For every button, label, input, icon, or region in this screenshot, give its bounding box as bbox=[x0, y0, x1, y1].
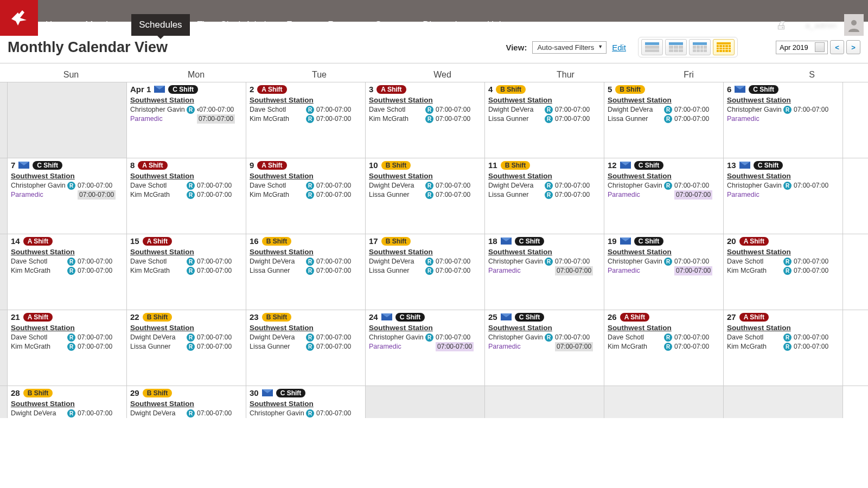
assignment-row[interactable]: Christopher GavinR07:00-07:00 bbox=[727, 181, 839, 190]
nav-time-clock-admin[interactable]: Time Clock Admin bbox=[190, 14, 279, 36]
assignment-row[interactable]: Kim McGrathR07:00-07:00 bbox=[130, 190, 242, 200]
envelope-icon[interactable] bbox=[735, 86, 745, 93]
calendar-icon[interactable] bbox=[815, 42, 825, 52]
paramedic-row[interactable]: Paramedic07:00-07:00 bbox=[369, 342, 481, 351]
assignment-row[interactable]: Dwight DeVeraR07:00-07:00 bbox=[608, 105, 720, 114]
logo[interactable] bbox=[0, 0, 38, 36]
nav-username[interactable]: a_admin bbox=[797, 21, 844, 30]
day-cell[interactable]: 2A ShiftSouthwest StationDave SchotlR07:… bbox=[246, 82, 366, 158]
assignment-row[interactable]: Dwight DeVeraR07:00-07:00 bbox=[488, 105, 601, 114]
avatar[interactable] bbox=[844, 14, 864, 36]
assignment-row[interactable]: Dave SchotlR07:00-07:00 bbox=[727, 257, 839, 266]
assignment-row[interactable]: Dave SchotlR07:00-07:00 bbox=[130, 257, 242, 266]
day-cell[interactable]: 25C ShiftSouthwest StationChristopher Ga… bbox=[485, 310, 604, 386]
day-cell[interactable] bbox=[724, 386, 843, 418]
assignment-row[interactable]: Dwight DeVeraR07:00-07:00 bbox=[11, 409, 123, 418]
day-cell[interactable]: 13C ShiftSouthwest StationChristopher Ga… bbox=[724, 158, 843, 234]
station-link[interactable]: Southwest Station bbox=[130, 96, 242, 104]
view-day-button[interactable] bbox=[641, 39, 663, 55]
station-link[interactable]: Southwest Station bbox=[727, 172, 839, 180]
day-cell[interactable]: 26A ShiftSouthwest StationDave SchotlR07… bbox=[604, 310, 724, 386]
station-link[interactable]: Southwest Station bbox=[369, 172, 481, 180]
station-link[interactable]: Southwest Station bbox=[727, 96, 839, 104]
assignment-row[interactable]: Christopher GavinR07:00-07:00 bbox=[488, 333, 601, 342]
day-cell[interactable] bbox=[604, 386, 724, 418]
day-cell[interactable]: Apr 1C ShiftSouthwest StationChristopher… bbox=[127, 82, 246, 158]
assignment-row[interactable]: Christopher GavinR07:00-07:00 bbox=[608, 257, 720, 266]
assignment-row[interactable]: Dave SchotlR07:00-07:00 bbox=[11, 257, 123, 266]
station-link[interactable]: Southwest Station bbox=[608, 248, 720, 256]
assignment-row[interactable]: Kim McGrathR07:00-07:00 bbox=[608, 342, 720, 351]
day-cell[interactable]: 19C ShiftSouthwest StationChristopher Ga… bbox=[604, 234, 724, 310]
envelope-icon[interactable] bbox=[501, 313, 512, 320]
print-icon[interactable]: 🖨 bbox=[776, 19, 787, 31]
day-cell[interactable]: 22B ShiftSouthwest StationDwight DeVeraR… bbox=[127, 310, 246, 386]
day-cell[interactable]: 30C ShiftSouthwest StationChristopher Ga… bbox=[246, 386, 366, 418]
nav-help[interactable]: Help bbox=[480, 14, 514, 36]
station-link[interactable]: Southwest Station bbox=[727, 324, 839, 332]
station-link[interactable]: Southwest Station bbox=[608, 324, 720, 332]
station-link[interactable]: Southwest Station bbox=[11, 172, 123, 180]
day-cell[interactable]: 4B ShiftSouthwest StationDwight DeVeraR0… bbox=[485, 82, 604, 158]
day-cell[interactable] bbox=[366, 386, 485, 418]
day-cell[interactable]: 27A ShiftSouthwest StationDave SchotlR07… bbox=[724, 310, 843, 386]
assignment-row[interactable]: Dwight DeVeraR07:00-07:00 bbox=[130, 409, 242, 418]
assignment-row[interactable]: Christopher GavinR07:00-07:00 bbox=[369, 333, 481, 342]
assignment-row[interactable]: Kim McGrathR07:00-07:00 bbox=[369, 114, 481, 124]
paramedic-row[interactable]: Paramedic07:00-07:00 bbox=[11, 190, 123, 200]
filter-select[interactable]: Auto-saved Filters bbox=[532, 41, 607, 54]
station-link[interactable]: Southwest Station bbox=[11, 324, 123, 332]
station-link[interactable]: Southwest Station bbox=[130, 172, 242, 180]
envelope-icon[interactable] bbox=[620, 162, 631, 169]
day-cell[interactable]: 20A ShiftSouthwest StationDave SchotlR07… bbox=[724, 234, 843, 310]
station-link[interactable]: Southwest Station bbox=[727, 248, 839, 256]
paramedic-row[interactable]: Paramedic07:00-07:00 bbox=[608, 266, 720, 275]
day-cell[interactable] bbox=[8, 82, 127, 158]
day-cell[interactable]: 24C ShiftSouthwest StationChristopher Ga… bbox=[366, 310, 485, 386]
envelope-icon[interactable] bbox=[739, 162, 750, 169]
day-cell[interactable]: 23B ShiftSouthwest StationDwight DeVeraR… bbox=[246, 310, 366, 386]
station-link[interactable]: Southwest Station bbox=[250, 324, 362, 332]
assignment-row[interactable]: Dwight DeVeraR07:00-07:00 bbox=[130, 333, 242, 342]
station-link[interactable]: Southwest Station bbox=[608, 172, 720, 180]
assignment-row[interactable]: Dwight DeVeraR07:00-07:00 bbox=[369, 181, 481, 190]
assignment-row[interactable]: Kim McGrathR07:00-07:00 bbox=[130, 266, 242, 275]
assignment-row[interactable]: Kim McGrathR07:00-07:00 bbox=[727, 342, 839, 351]
day-cell[interactable]: 18C ShiftSouthwest StationChristopher Ga… bbox=[485, 234, 604, 310]
day-cell[interactable]: 10B ShiftSouthwest StationDwight DeVeraR… bbox=[366, 158, 485, 234]
day-cell[interactable]: 8A ShiftSouthwest StationDave SchotlR07:… bbox=[127, 158, 246, 234]
station-link[interactable]: Southwest Station bbox=[11, 248, 123, 256]
day-cell[interactable]: 16B ShiftSouthwest StationDwight DeVeraR… bbox=[246, 234, 366, 310]
nav-home[interactable]: Home bbox=[38, 14, 78, 36]
station-link[interactable]: Southwest Station bbox=[250, 400, 362, 408]
assignment-row[interactable]: Kim McGrathR07:00-07:00 bbox=[11, 342, 123, 351]
station-link[interactable]: Southwest Station bbox=[130, 400, 242, 408]
assignment-row[interactable]: Kim McGrathR07:00-07:00 bbox=[11, 266, 123, 275]
assignment-row[interactable]: Dwight DeVeraR07:00-07:00 bbox=[250, 333, 362, 342]
envelope-icon[interactable] bbox=[18, 162, 29, 169]
envelope-icon[interactable] bbox=[381, 313, 392, 320]
envelope-icon[interactable] bbox=[501, 237, 512, 245]
view-multiweek-button[interactable] bbox=[689, 39, 711, 55]
envelope-icon[interactable] bbox=[262, 389, 273, 396]
paramedic-row[interactable]: Paramedic07:00-07:00 bbox=[608, 190, 720, 200]
assignment-row[interactable]: Dave SchotlR07:00-07:00 bbox=[608, 333, 720, 342]
station-link[interactable]: Southwest Station bbox=[11, 400, 123, 408]
assignment-row[interactable]: Christopher GavinR07:00-07:00 bbox=[11, 181, 123, 190]
assignment-row[interactable]: Lissa GunnerR07:00-07:00 bbox=[369, 190, 481, 200]
day-cell[interactable] bbox=[485, 386, 604, 418]
assignment-row[interactable]: Lissa GunnerR07:00-07:00 bbox=[250, 342, 362, 351]
view-month-button[interactable] bbox=[713, 39, 735, 55]
station-link[interactable]: Southwest Station bbox=[250, 96, 362, 104]
day-cell[interactable]: 7C ShiftSouthwest StationChristopher Gav… bbox=[8, 158, 127, 234]
paramedic-row[interactable]: Paramedic bbox=[727, 190, 839, 200]
assignment-row[interactable]: Lissa GunnerR07:00-07:00 bbox=[608, 114, 720, 124]
assignment-row[interactable]: Lissa GunnerR07:00-07:00 bbox=[488, 190, 601, 200]
assignment-row[interactable]: Dave SchotlR07:00-07:00 bbox=[11, 333, 123, 342]
paramedic-row[interactable]: Paramedic07:00-07:00 bbox=[130, 114, 242, 124]
day-cell[interactable]: 29B ShiftSouthwest StationDwight DeVeraR… bbox=[127, 386, 246, 418]
station-link[interactable]: Southwest Station bbox=[130, 248, 242, 256]
assignment-row[interactable]: Dave SchotlR07:00-07:00 bbox=[250, 105, 362, 114]
station-link[interactable]: Southwest Station bbox=[488, 248, 601, 256]
station-link[interactable]: Southwest Station bbox=[488, 96, 601, 104]
